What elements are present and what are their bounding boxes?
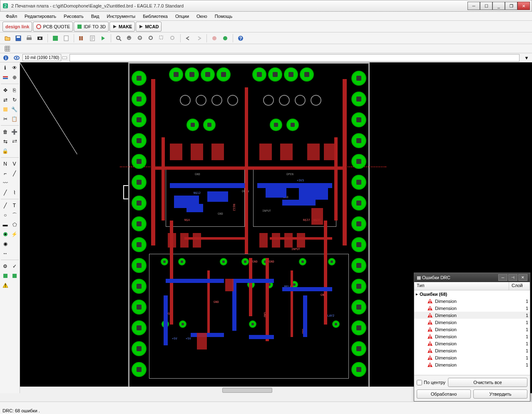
cut-tool-icon[interactable]: ✂ <box>1 114 10 124</box>
drc-pin-button[interactable]: ⊣ <box>508 274 517 281</box>
designlink-button[interactable]: design link <box>2 22 32 32</box>
replace-tool-icon[interactable]: ⮂ <box>10 137 19 146</box>
dropdown-icon[interactable]: ▼ <box>522 53 531 62</box>
layer-tool-icon[interactable] <box>1 73 10 82</box>
info-tool-icon[interactable]: ℹ <box>1 63 10 72</box>
drc-col-type[interactable]: Тип <box>414 282 509 290</box>
erc-tool-icon[interactable] <box>1 271 10 280</box>
drc-error-item[interactable]: Dimension1 <box>414 354 530 361</box>
drc-col-layer[interactable]: Слой <box>509 282 530 290</box>
minimize-button[interactable]: ─ <box>467 2 480 10</box>
grid-icon[interactable] <box>2 45 12 52</box>
info-icon[interactable]: i <box>1 53 11 62</box>
auto-tool-icon[interactable]: ⚙ <box>1 262 10 271</box>
zoom-prev-icon[interactable] <box>168 34 178 43</box>
rotate-tool-icon[interactable]: ↻ <box>10 95 19 104</box>
dimension-tool-icon[interactable]: ↔ <box>1 249 10 258</box>
drc-approve-button[interactable]: Утвердить <box>473 389 527 399</box>
rect-tool-icon[interactable]: ▬ <box>1 220 10 229</box>
mcad-button[interactable]: MCAD <box>136 22 162 32</box>
value-tool-icon[interactable]: V <box>10 159 19 169</box>
polygon-tool-icon[interactable]: ⬠ <box>10 220 19 229</box>
pinswap-tool-icon[interactable]: ⇆ <box>1 137 10 146</box>
sheet-icon[interactable] <box>61 34 71 43</box>
help-icon[interactable]: ? <box>236 34 246 43</box>
make-button[interactable]: MAKE <box>109 22 135 32</box>
name-tool-icon[interactable]: N <box>1 159 10 169</box>
via-tool-icon[interactable] <box>1 230 10 239</box>
restore-button[interactable]: ❐ <box>505 2 517 10</box>
drc-error-item[interactable]: Dimension1 <box>414 347 530 354</box>
ratsnest-tool-icon[interactable] <box>10 249 19 258</box>
drc-min-button[interactable]: ─ <box>498 274 507 281</box>
group-tool-icon[interactable] <box>1 105 10 114</box>
menu-help[interactable]: Помощь <box>211 13 236 20</box>
drc-error-item[interactable]: Dimension1 <box>414 326 530 333</box>
zoom-in-icon[interactable]: + <box>124 34 134 43</box>
script-icon[interactable] <box>87 34 97 43</box>
close-button[interactable]: ✕ <box>517 2 530 10</box>
mark-tool-icon[interactable]: ⊕ <box>10 73 19 82</box>
drc-error-item[interactable]: Dimension1 <box>414 305 530 312</box>
copy-tool-icon[interactable]: ⎘ <box>10 86 19 95</box>
drc-list[interactable]: Ошибки (68) Dimension1Dimension1Dimensio… <box>414 290 530 375</box>
open-icon[interactable] <box>2 34 12 43</box>
drc-titlebar[interactable]: ▦ Ошибки DRC ─ ⊣ ✕ <box>414 273 530 282</box>
drc-processed-button[interactable]: Обработано <box>417 389 471 399</box>
line-tool-icon[interactable]: ╱ <box>1 201 10 210</box>
menu-window[interactable]: Окно <box>193 13 211 20</box>
lock-tool-icon[interactable]: 🔒 <box>1 146 10 156</box>
drc-error-item[interactable]: Dimension1 <box>414 319 530 326</box>
meander-tool-icon[interactable]: ⌇ <box>10 188 19 197</box>
warning-icon[interactable]: ! <box>1 281 10 290</box>
smash-tool-icon[interactable] <box>10 146 19 156</box>
save-icon[interactable] <box>13 34 23 43</box>
show-tool-icon[interactable]: 👁 <box>10 63 19 72</box>
zoom-redraw-icon[interactable] <box>146 34 156 43</box>
eye-icon[interactable] <box>12 53 22 62</box>
drc-error-item[interactable]: Dimension1 <box>414 333 530 340</box>
library-icon[interactable] <box>77 34 87 43</box>
print-icon[interactable] <box>24 34 34 43</box>
menu-options[interactable]: Опции <box>172 13 192 20</box>
drc-close-button[interactable]: ✕ <box>518 274 527 281</box>
ripup-tool-icon[interactable] <box>10 178 19 188</box>
attribute-tool-icon[interactable] <box>10 239 19 248</box>
errors-tool-icon[interactable] <box>10 271 19 280</box>
redo-icon[interactable] <box>194 34 204 43</box>
paste-tool-icon[interactable]: 📋 <box>10 114 19 124</box>
menu-library[interactable]: Библиотека <box>139 13 171 20</box>
zoom-out-icon[interactable]: - <box>135 34 145 43</box>
menu-file[interactable]: Файл <box>2 13 20 20</box>
drc-error-item[interactable]: Dimension1 <box>414 340 530 347</box>
board-icon[interactable] <box>50 34 60 43</box>
zoom-fit-icon[interactable] <box>114 34 124 43</box>
drc-center-checkbox[interactable]: По центру <box>417 380 445 385</box>
menu-draw[interactable]: Рисовать <box>60 13 87 20</box>
pcbquote-button[interactable]: PCB QUOTE <box>33 22 73 32</box>
arc-tool-icon[interactable]: ⌒ <box>10 211 19 220</box>
hole-tool-icon[interactable]: ◉ <box>1 239 10 248</box>
drc-error-item[interactable]: Dimension1 <box>414 297 530 305</box>
drc-clear-button[interactable]: Очистить все <box>448 378 527 387</box>
drc-error-item[interactable]: Dimension1 <box>414 361 530 368</box>
drc-tool-icon[interactable]: ✓ <box>10 262 19 271</box>
circle-tool-icon[interactable]: ○ <box>1 211 10 220</box>
split-tool-icon[interactable]: ╱ <box>10 169 19 178</box>
maximize-button[interactable]: ☐ <box>480 2 492 10</box>
idf3d-button[interactable]: IDF TO 3D <box>74 22 109 32</box>
change-tool-icon[interactable]: 🔧 <box>10 105 19 114</box>
delete-tool-icon[interactable]: 🗑 <box>1 127 10 136</box>
route-tool-icon[interactable]: 〰 <box>1 178 10 188</box>
mirror-tool-icon[interactable]: ⇄ <box>1 95 10 104</box>
cam-icon[interactable] <box>35 34 45 43</box>
add-tool-icon[interactable]: ➕ <box>10 127 19 136</box>
stop-icon[interactable] <box>209 34 219 43</box>
command-input[interactable] <box>70 54 520 62</box>
minimize2-button[interactable]: _ <box>492 2 505 10</box>
text-tool-icon[interactable]: T <box>10 201 19 210</box>
drc-error-item[interactable]: Dimension1 <box>414 312 530 319</box>
move-tool-icon[interactable]: ✥ <box>1 86 10 95</box>
menu-edit[interactable]: Редактировать <box>21 13 60 20</box>
run-icon[interactable] <box>98 34 108 43</box>
